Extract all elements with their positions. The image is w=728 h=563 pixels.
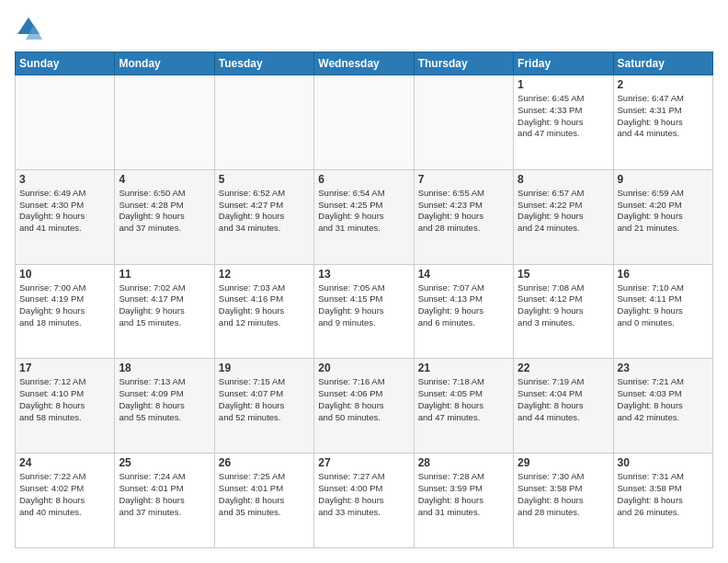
day-info: Sunrise: 6:49 AM Sunset: 4:30 PM Dayligh… [19,188,110,235]
calendar-cell: 24Sunrise: 7:22 AM Sunset: 4:02 PM Dayli… [16,454,115,548]
calendar-cell: 12Sunrise: 7:03 AM Sunset: 4:16 PM Dayli… [214,264,313,359]
day-info: Sunrise: 7:08 AM Sunset: 4:12 PM Dayligh… [518,282,609,329]
day-info: Sunrise: 6:55 AM Sunset: 4:23 PM Dayligh… [418,188,509,235]
day-info: Sunrise: 6:50 AM Sunset: 4:28 PM Dayligh… [119,188,210,235]
day-number: 27 [318,456,409,469]
calendar-cell: 3Sunrise: 6:49 AM Sunset: 4:30 PM Daylig… [16,169,115,264]
calendar-cell: 10Sunrise: 7:00 AM Sunset: 4:19 PM Dayli… [16,264,115,359]
day-info: Sunrise: 7:12 AM Sunset: 4:10 PM Dayligh… [19,376,110,423]
day-info: Sunrise: 7:31 AM Sunset: 3:58 PM Dayligh… [618,471,709,518]
day-number: 11 [119,268,210,281]
day-number: 24 [19,456,110,469]
day-number: 21 [418,362,509,374]
calendar-week-4: 17Sunrise: 7:12 AM Sunset: 4:10 PM Dayli… [16,359,713,454]
calendar-cell: 20Sunrise: 7:16 AM Sunset: 4:06 PM Dayli… [314,359,414,454]
calendar-cell: 28Sunrise: 7:28 AM Sunset: 3:59 PM Dayli… [414,454,513,548]
day-info: Sunrise: 7:10 AM Sunset: 4:11 PM Dayligh… [618,282,709,329]
weekday-header-wednesday: Wednesday [314,52,414,75]
calendar-cell: 18Sunrise: 7:13 AM Sunset: 4:09 PM Dayli… [115,359,214,454]
calendar-cell [214,75,313,170]
day-info: Sunrise: 7:02 AM Sunset: 4:17 PM Dayligh… [119,282,210,329]
day-number: 17 [19,362,110,374]
day-number: 15 [518,268,609,281]
day-info: Sunrise: 7:15 AM Sunset: 4:07 PM Dayligh… [219,376,310,423]
calendar-cell [414,75,513,170]
calendar-cell: 26Sunrise: 7:25 AM Sunset: 4:01 PM Dayli… [214,454,313,548]
weekday-header-saturday: Saturday [613,52,712,75]
day-number: 28 [418,456,509,469]
day-info: Sunrise: 7:16 AM Sunset: 4:06 PM Dayligh… [318,376,409,423]
day-info: Sunrise: 6:47 AM Sunset: 4:31 PM Dayligh… [618,93,709,140]
day-number: 26 [219,456,310,469]
day-number: 19 [219,362,310,374]
day-info: Sunrise: 7:22 AM Sunset: 4:02 PM Dayligh… [19,471,110,518]
calendar-cell: 6Sunrise: 6:54 AM Sunset: 4:25 PM Daylig… [314,169,414,264]
day-number: 22 [518,362,609,374]
day-number: 8 [518,173,609,186]
day-info: Sunrise: 6:59 AM Sunset: 4:20 PM Dayligh… [618,188,709,235]
calendar-week-2: 3Sunrise: 6:49 AM Sunset: 4:30 PM Daylig… [16,169,713,264]
calendar-week-3: 10Sunrise: 7:00 AM Sunset: 4:19 PM Dayli… [16,264,713,359]
day-number: 30 [618,456,709,469]
day-info: Sunrise: 7:21 AM Sunset: 4:03 PM Dayligh… [618,376,709,423]
weekday-header-tuesday: Tuesday [214,52,313,75]
calendar-cell: 22Sunrise: 7:19 AM Sunset: 4:04 PM Dayli… [514,359,613,454]
calendar-cell: 4Sunrise: 6:50 AM Sunset: 4:28 PM Daylig… [115,169,214,264]
logo-icon [15,15,42,42]
calendar-cell: 25Sunrise: 7:24 AM Sunset: 4:01 PM Dayli… [115,454,214,548]
calendar-cell: 8Sunrise: 6:57 AM Sunset: 4:22 PM Daylig… [514,169,613,264]
calendar-cell: 29Sunrise: 7:30 AM Sunset: 3:58 PM Dayli… [514,454,613,548]
day-number: 1 [518,78,609,91]
calendar-cell [16,75,115,170]
day-info: Sunrise: 7:19 AM Sunset: 4:04 PM Dayligh… [518,376,609,423]
calendar-cell: 17Sunrise: 7:12 AM Sunset: 4:10 PM Dayli… [16,359,115,454]
day-info: Sunrise: 7:00 AM Sunset: 4:19 PM Dayligh… [19,282,110,329]
day-number: 18 [119,362,210,374]
weekday-header-sunday: Sunday [16,52,115,75]
calendar-cell: 15Sunrise: 7:08 AM Sunset: 4:12 PM Dayli… [514,264,613,359]
calendar-cell: 21Sunrise: 7:18 AM Sunset: 4:05 PM Dayli… [414,359,513,454]
calendar-cell: 11Sunrise: 7:02 AM Sunset: 4:17 PM Dayli… [115,264,214,359]
day-number: 4 [119,173,210,186]
day-info: Sunrise: 7:07 AM Sunset: 4:13 PM Dayligh… [418,282,509,329]
day-info: Sunrise: 7:13 AM Sunset: 4:09 PM Dayligh… [119,376,210,423]
day-info: Sunrise: 6:57 AM Sunset: 4:22 PM Dayligh… [518,188,609,235]
calendar-cell [314,75,414,170]
calendar-cell: 2Sunrise: 6:47 AM Sunset: 4:31 PM Daylig… [613,75,712,170]
day-number: 10 [19,268,110,281]
day-info: Sunrise: 7:27 AM Sunset: 4:00 PM Dayligh… [318,471,409,518]
weekday-header-thursday: Thursday [414,52,513,75]
day-info: Sunrise: 6:45 AM Sunset: 4:33 PM Dayligh… [518,93,609,140]
day-info: Sunrise: 7:24 AM Sunset: 4:01 PM Dayligh… [119,471,210,518]
calendar-cell: 23Sunrise: 7:21 AM Sunset: 4:03 PM Dayli… [613,359,712,454]
calendar-cell: 1Sunrise: 6:45 AM Sunset: 4:33 PM Daylig… [514,75,613,170]
day-info: Sunrise: 7:30 AM Sunset: 3:58 PM Dayligh… [518,471,609,518]
calendar-cell: 13Sunrise: 7:05 AM Sunset: 4:15 PM Dayli… [314,264,414,359]
weekday-header-monday: Monday [115,52,214,75]
calendar-cell: 5Sunrise: 6:52 AM Sunset: 4:27 PM Daylig… [214,169,313,264]
day-info: Sunrise: 7:28 AM Sunset: 3:59 PM Dayligh… [418,471,509,518]
day-info: Sunrise: 7:03 AM Sunset: 4:16 PM Dayligh… [219,282,310,329]
day-number: 14 [418,268,509,281]
day-number: 7 [418,173,509,186]
day-number: 25 [119,456,210,469]
header [15,15,713,42]
day-info: Sunrise: 7:18 AM Sunset: 4:05 PM Dayligh… [418,376,509,423]
day-info: Sunrise: 6:52 AM Sunset: 4:27 PM Dayligh… [219,188,310,235]
calendar-cell: 30Sunrise: 7:31 AM Sunset: 3:58 PM Dayli… [613,454,712,548]
day-number: 12 [219,268,310,281]
calendar-week-1: 1Sunrise: 6:45 AM Sunset: 4:33 PM Daylig… [16,75,713,170]
calendar-cell: 7Sunrise: 6:55 AM Sunset: 4:23 PM Daylig… [414,169,513,264]
weekday-header-row: SundayMondayTuesdayWednesdayThursdayFrid… [16,52,713,75]
day-number: 20 [318,362,409,374]
day-number: 5 [219,173,310,186]
calendar-cell: 27Sunrise: 7:27 AM Sunset: 4:00 PM Dayli… [314,454,414,548]
logo [15,15,46,42]
day-number: 13 [318,268,409,281]
page: SundayMondayTuesdayWednesdayThursdayFrid… [0,0,728,563]
day-number: 9 [618,173,709,186]
day-number: 23 [618,362,709,374]
weekday-header-friday: Friday [514,52,613,75]
calendar-cell: 9Sunrise: 6:59 AM Sunset: 4:20 PM Daylig… [613,169,712,264]
day-number: 2 [618,78,709,91]
